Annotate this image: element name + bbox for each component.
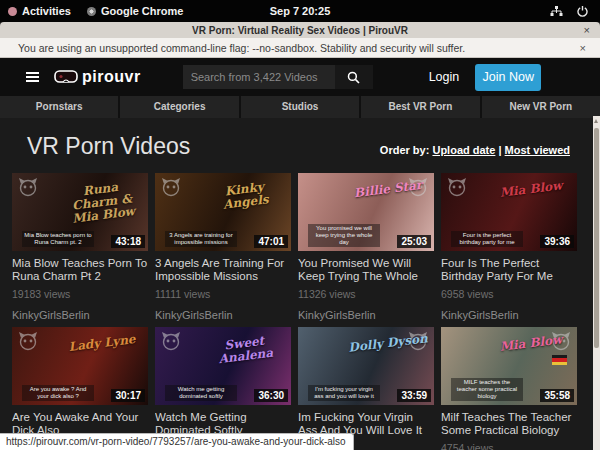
power-icon[interactable] (577, 6, 588, 17)
studio-catmask-icon (447, 177, 467, 197)
video-views: 11111 views (155, 288, 291, 300)
video-title[interactable]: Four Is The Perfect Birthday Party For M… (441, 257, 577, 282)
join-now-button[interactable]: Join Now (475, 64, 541, 91)
video-views: 4754 views (441, 442, 577, 450)
page-title: VR Porn Videos (27, 133, 190, 160)
tab-close-icon[interactable]: × (584, 24, 600, 36)
taskbar-app-label: Google Chrome (101, 5, 184, 17)
network-icon[interactable] (550, 6, 563, 17)
vr-goggles-icon (54, 70, 78, 84)
site-header: pirouvr Login Join Now (0, 58, 600, 96)
video-views: 11326 views (298, 288, 434, 300)
nav-item-categories[interactable]: Categories (120, 96, 238, 118)
page-scrollbar[interactable] (593, 116, 600, 450)
activities-button[interactable]: Activities (0, 0, 79, 22)
thumbnail-caption: Mia Blow teaches porn to Runa Charm pt. … (22, 231, 94, 247)
nav-item-best-vr[interactable]: Best VR Porn (361, 96, 479, 118)
thumbnail-caption: Watch me getting dominated softly (165, 385, 237, 401)
thumbnail-performer-name: Billie Star (345, 178, 430, 201)
video-thumbnail[interactable]: Lady Lyne Are you awake ? And your dick … (12, 327, 148, 405)
video-thumbnail[interactable]: Mia Blow Four is the perfect birthday pa… (441, 173, 577, 251)
studio-catmask-icon (551, 331, 571, 351)
chrome-icon (87, 7, 96, 16)
order-most-viewed-link[interactable]: Most viewed (505, 144, 570, 156)
video-views: 6958 views (441, 288, 577, 300)
video-title[interactable]: 3 Angels Are Training For Impossible Mis… (155, 257, 291, 282)
thumbnail-performer-name: Dolly Dyson (345, 332, 430, 355)
video-card: Mia Blow MILF teaches the teacher some p… (441, 327, 577, 450)
thumbnail-performer-name: Kinky Angels (201, 178, 288, 214)
video-studio-link[interactable]: KinkyGirlsBerlin (12, 309, 148, 321)
thumbnail-caption: You promised we will keep trying the who… (308, 224, 380, 247)
activities-icon (8, 7, 17, 16)
thumbnail-caption: Are you awake ? And your dick also ? (22, 385, 94, 401)
thumbnail-caption: 3 Angels are training for impossible mis… (165, 231, 237, 247)
thumbnail-performer-name: Mia Blow (488, 178, 573, 201)
thumbnail-caption: Four is the perfect birthday party for m… (451, 231, 523, 247)
order-by-controls: Order by: Upload date | Most viewed (380, 144, 570, 160)
studio-catmask-icon (408, 177, 428, 197)
search-button[interactable] (335, 65, 373, 89)
video-title[interactable]: You Promised We Will Keep Trying The Who… (298, 257, 434, 282)
studio-catmask-icon (18, 331, 38, 351)
nav-item-studios[interactable]: Studios (241, 96, 359, 118)
nav-item-new-vr[interactable]: New VR Porn (482, 96, 600, 118)
search-input[interactable] (183, 65, 335, 89)
video-card: Sweet Analena Watch me getting dominated… (155, 327, 291, 450)
video-duration-badge: 30:17 (111, 389, 145, 402)
order-upload-date-link[interactable]: Upload date (432, 144, 495, 156)
video-card: Billie Star You promised we will keep tr… (298, 173, 434, 321)
order-by-label: Order by: (380, 144, 430, 156)
browser-tab-title: VR Porn: Virtual Reality Sex Videos | Pi… (0, 25, 600, 36)
video-thumbnail[interactable]: Mia Blow MILF teaches the teacher some p… (441, 327, 577, 405)
scrollbar-up-arrow[interactable] (594, 119, 598, 123)
site-logo[interactable]: pirouvr (54, 68, 141, 86)
login-link[interactable]: Login (429, 70, 460, 84)
video-duration-badge: 25:03 (397, 235, 431, 248)
video-title[interactable]: Mia Blow Teaches Porn To Runa Charm Pt 2 (12, 257, 148, 282)
video-thumbnail[interactable]: Dolly Dyson I'm fucking your virgin ass … (298, 327, 434, 405)
thumbnail-caption: MILF teaches the teacher some practical … (451, 378, 523, 401)
video-views: 19183 views (12, 288, 148, 300)
video-duration-badge: 35:58 (540, 389, 574, 402)
search-bar (183, 65, 373, 89)
thumbnail-performer-name: Runa Charm & Mia Blow (58, 178, 146, 227)
activities-label: Activities (22, 5, 71, 17)
german-flag-icon (552, 355, 567, 365)
video-thumbnail[interactable]: Sweet Analena Watch me getting dominated… (155, 327, 291, 405)
video-thumbnail[interactable]: Kinky Angels 3 Angels are training for i… (155, 173, 291, 251)
video-duration-badge: 47:01 (254, 235, 288, 248)
studio-catmask-icon (161, 331, 181, 351)
video-card: Runa Charm & Mia Blow Mia Blow teaches p… (12, 173, 148, 321)
infobar-message: You are using an unsupported command-lin… (0, 42, 465, 54)
video-thumbnail[interactable]: Runa Charm & Mia Blow Mia Blow teaches p… (12, 173, 148, 251)
studio-catmask-icon (161, 177, 181, 197)
nav-item-pornstars[interactable]: Pornstars (0, 96, 118, 118)
video-studio-link[interactable]: KinkyGirlsBerlin (441, 309, 577, 321)
video-card: Lady Lyne Are you awake ? And your dick … (12, 327, 148, 450)
video-duration-badge: 33:59 (397, 389, 431, 402)
order-separator: | (495, 144, 504, 156)
thumbnail-performer-name: Lady Lyne (59, 332, 144, 355)
infobar-close-icon[interactable]: × (580, 42, 600, 54)
menu-hamburger-icon[interactable] (26, 70, 39, 84)
system-top-bar: Activities Google Chrome Sep 7 20:25 (0, 0, 600, 22)
taskbar-app-chrome[interactable]: Google Chrome (79, 0, 192, 22)
video-studio-link[interactable]: KinkyGirlsBerlin (298, 309, 434, 321)
video-card: Kinky Angels 3 Angels are training for i… (155, 173, 291, 321)
search-icon (347, 71, 360, 84)
main-nav: Pornstars Categories Studios Best VR Por… (0, 96, 600, 118)
scrollbar-thumb[interactable] (594, 128, 599, 348)
browser-title-bar: VR Porn: Virtual Reality Sex Videos | Pi… (0, 22, 600, 38)
video-duration-badge: 36:30 (254, 389, 288, 402)
page-viewport: pirouvr Login Join Now Pornstars Categor… (0, 58, 600, 450)
thumbnail-caption: I'm fucking your virgin ass and you will… (308, 385, 380, 401)
video-studio-link[interactable]: KinkyGirlsBerlin (155, 309, 291, 321)
chrome-infobar: You are using an unsupported command-lin… (0, 38, 600, 58)
thumbnail-performer-name: Sweet Analena (201, 332, 288, 368)
video-thumbnail[interactable]: Billie Star You promised we will keep tr… (298, 173, 434, 251)
video-title[interactable]: Milf Teaches The Teacher Some Practical … (441, 411, 577, 436)
video-card: Dolly Dyson I'm fucking your virgin ass … (298, 327, 434, 450)
video-grid: Runa Charm & Mia Blow Mia Blow teaches p… (12, 173, 578, 450)
thumbnail-performer-name: Mia Blow (488, 332, 573, 355)
